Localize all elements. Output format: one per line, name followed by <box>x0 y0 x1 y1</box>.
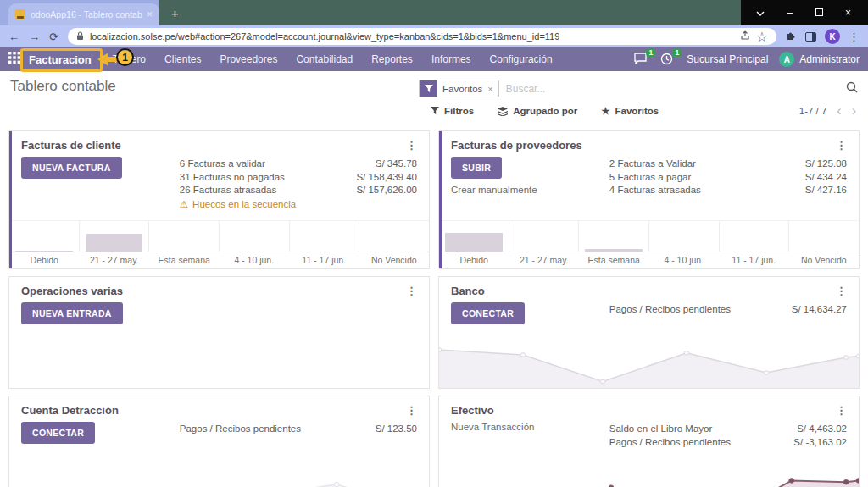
kanban-dashboard: Facturas de cliente ⋮ NUEVA FACTURA 6 Fa… <box>8 130 860 487</box>
control-panel-bottom: Filtros Agrupado por ★ Favoritos 1-7 / 7… <box>0 97 868 124</box>
filters-button[interactable]: Filtros <box>431 105 474 117</box>
kebab-menu-icon[interactable]: ⋮ <box>406 285 417 297</box>
browser-menu-icon[interactable]: ⋮ <box>849 31 860 42</box>
search-facet-favoritos[interactable]: Favoritos × <box>419 80 499 97</box>
pager-prev-icon[interactable]: ‹ <box>837 105 841 117</box>
card-cuenta-detraccion: Cuenta Detracción ⋮ CONECTAR Pagos / Rec… <box>8 396 430 487</box>
activities-clock-icon[interactable]: 1 <box>660 53 676 66</box>
menu-item-configuracion[interactable]: Configuración <box>481 53 562 65</box>
window-chevron-icon[interactable] <box>751 7 770 19</box>
reload-button[interactable]: ⟳ <box>49 31 58 42</box>
facet-label: Favoritos <box>442 84 482 94</box>
pager-next-icon[interactable]: › <box>852 105 856 117</box>
detraccion-balance-line-chart[interactable] <box>9 465 429 487</box>
tab-favicon-icon <box>15 9 25 19</box>
stat-row[interactable]: 31 Facturas no pagadasS/ 158,439.40 <box>180 171 417 185</box>
menu-item-clientes[interactable]: Clientes <box>155 53 210 65</box>
favorites-button[interactable]: ★ Favoritos <box>601 105 659 117</box>
stat-row[interactable]: Pagos / Recibos pendientesS/ -3,163.02 <box>609 436 847 450</box>
card-facturas-de-proveedores: Facturas de proveedores ⋮ SUBIR Crear ma… <box>438 130 860 269</box>
filter-facet-icon <box>420 80 437 97</box>
stat-row[interactable]: Pagos / Recibos pendientesS/ 123.50 <box>180 423 417 436</box>
kebab-menu-icon[interactable]: ⋮ <box>836 404 847 417</box>
control-panel-top: Tablero contable Favoritos × <box>0 71 868 97</box>
nueva-entrada-button[interactable]: NUEVA ENTRADA <box>21 302 123 324</box>
menu-item-reportes[interactable]: Reportes <box>362 53 422 65</box>
kebab-menu-icon[interactable]: ⋮ <box>836 285 847 297</box>
stat-row[interactable]: Pagos / Recibos pendientesS/ 14,634.27 <box>609 303 847 317</box>
messages-badge: 1 <box>646 48 655 58</box>
toolbar-right: K ⋮ <box>786 29 860 44</box>
forward-button[interactable]: → <box>29 31 40 42</box>
bank-balance-line-chart[interactable] <box>439 324 859 388</box>
user-name: Administrator <box>799 53 860 65</box>
stat-row[interactable]: 6 Facturas a validarS/ 345.78 <box>180 158 417 171</box>
kebab-menu-icon[interactable]: ⋮ <box>406 404 417 417</box>
nueva-factura-button[interactable]: NUEVA FACTURA <box>21 157 122 179</box>
search-input[interactable] <box>506 83 846 95</box>
cash-balance-line-chart[interactable] <box>439 465 859 487</box>
odoo-navbar: Facturacion Tablero Clientes Proveedores… <box>0 47 868 71</box>
bill-aging-bar-chart[interactable]: Debido21 - 27 may.Esta semana4 - 10 jun.… <box>439 220 859 268</box>
stat-row[interactable]: 26 Facturas atrasadasS/ 157,626.00 <box>180 184 417 197</box>
url-text: localizacion.solse.pe/web#action=267&mod… <box>90 31 734 42</box>
browser-profile-avatar[interactable]: K <box>825 29 840 44</box>
kebab-menu-icon[interactable]: ⋮ <box>836 139 847 152</box>
window-close-button[interactable]: × <box>839 7 858 19</box>
card-title: Facturas de proveedores <box>451 139 582 152</box>
side-panel-icon[interactable] <box>805 32 816 42</box>
user-menu[interactable]: A Administrator <box>779 52 860 67</box>
url-bar[interactable]: localizacion.solse.pe/web#action=267&mod… <box>68 28 776 45</box>
tab-title: odooApp16 - Tablero contable <box>31 9 142 19</box>
menu-item-informes[interactable]: Informes <box>422 53 481 65</box>
stat-row[interactable]: Saldo en el Libro MayorS/ 4,463.02 <box>609 423 847 436</box>
kebab-menu-icon[interactable]: ⋮ <box>406 139 417 152</box>
pager-range: 1-7 / 7 <box>799 106 827 116</box>
pager: 1-7 / 7 ‹ › <box>799 105 856 117</box>
window-controls: – × <box>741 0 868 25</box>
search-bar: Favoritos × <box>419 78 858 97</box>
tab-close-icon[interactable]: × <box>147 9 153 19</box>
bookmark-star-icon[interactable]: ☆ <box>756 29 768 45</box>
menu-item-proveedores[interactable]: Proveedores <box>210 53 287 65</box>
apps-grid-icon[interactable] <box>8 52 20 67</box>
card-efectivo: Efectivo ⋮ Nueva Transacción Saldo en el… <box>438 396 860 487</box>
back-button[interactable]: ← <box>8 31 19 42</box>
messages-icon[interactable]: 1 <box>634 53 649 66</box>
company-selector[interactable]: Sucursal Principal <box>687 53 768 65</box>
browser-tab[interactable]: odooApp16 - Tablero contable × <box>8 3 159 25</box>
stat-row[interactable]: 4 Facturas atrasadasS/ 427.16 <box>609 184 847 197</box>
card-title: Banco <box>451 285 485 297</box>
card-facturas-de-cliente: Facturas de cliente ⋮ NUEVA FACTURA 6 Fa… <box>8 130 430 269</box>
browser-tab-strip: odooApp16 - Tablero contable × + – × <box>0 0 868 25</box>
facet-remove-icon[interactable]: × <box>487 84 492 94</box>
filter-buttons: Filtros Agrupado por ★ Favoritos <box>431 105 659 117</box>
conectar-button[interactable]: CONECTAR <box>21 422 95 444</box>
extensions-puzzle-icon[interactable] <box>786 29 797 44</box>
new-tab-button[interactable]: + <box>171 7 179 19</box>
stat-row[interactable]: 5 Facturas a pagarS/ 434.24 <box>609 171 847 185</box>
group-by-button[interactable]: Agrupado por <box>498 105 577 117</box>
nueva-transaccion-link[interactable]: Nueva Transacción <box>451 422 534 432</box>
conectar-button[interactable]: CONECTAR <box>451 302 525 324</box>
search-icon[interactable] <box>846 81 858 97</box>
stat-row[interactable]: 2 Facturas a ValidarS/ 125.08 <box>609 158 847 171</box>
subir-button[interactable]: SUBIR <box>451 157 502 179</box>
card-title: Facturas de cliente <box>21 139 121 152</box>
window-minimize-button[interactable]: – <box>781 7 799 19</box>
crear-manualmente-link[interactable]: Crear manualmente <box>451 185 537 195</box>
invoice-aging-bar-chart[interactable]: Debido21 - 27 may.Esta semana4 - 10 jun.… <box>9 220 429 268</box>
window-maximize-button[interactable] <box>810 7 828 19</box>
screen: odooApp16 - Tablero contable × + – × ← →… <box>0 0 868 487</box>
activities-badge: 1 <box>672 48 682 58</box>
lock-icon <box>76 29 84 44</box>
app-name-facturacion[interactable]: Facturacion <box>29 53 92 66</box>
card-banco: Banco ⋮ CONECTAR Pagos / Recibos pendien… <box>438 276 860 389</box>
browser-toolbar: ← → ⟳ localizacion.solse.pe/web#action=2… <box>0 25 868 47</box>
menu-item-contabilidad[interactable]: Contabilidad <box>287 53 362 65</box>
share-icon[interactable] <box>740 29 750 44</box>
menu-item-tablero[interactable]: Tablero <box>103 53 155 65</box>
navbar-right: 1 1 Sucursal Principal A Administrator <box>634 52 860 67</box>
sequence-gap-warning[interactable]: ⚠Huecos en la secuencia <box>180 197 417 211</box>
tab-strip-background: + <box>159 0 741 25</box>
